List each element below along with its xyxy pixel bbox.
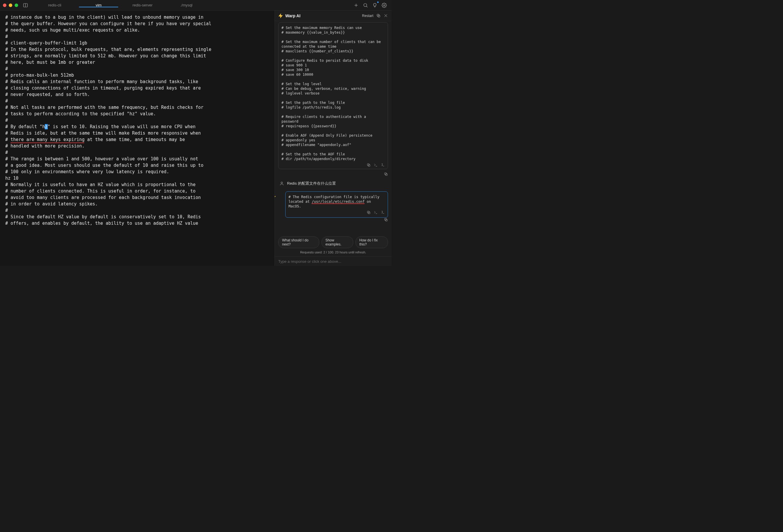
- split-pane-icon: [23, 3, 28, 8]
- editor-line: # Normally it is useful to have an HZ va…: [5, 181, 269, 188]
- svg-point-4: [364, 3, 367, 7]
- editor-line: # handled with more precision.: [5, 143, 269, 149]
- bolt-icon: [275, 194, 276, 199]
- editor-line: #: [5, 149, 269, 156]
- editor-line: # Redis calls an internal function to pe…: [5, 79, 269, 85]
- editor-view[interactable]: # instance due to a bug in the client) w…: [0, 10, 275, 266]
- user-icon: [279, 181, 284, 186]
- ai-input[interactable]: [278, 259, 388, 264]
- editor-line: # closing connections of clients in time…: [5, 85, 269, 91]
- hints-button[interactable]: [370, 1, 379, 10]
- restart-button[interactable]: Restart: [362, 14, 373, 18]
- ai-panel-header: Warp AI Restart: [275, 10, 392, 21]
- editor-line: # avoid too many clients are processed f…: [5, 194, 269, 201]
- minimize-window-button[interactable]: [9, 3, 12, 7]
- editor-line: # number of clients connected. This is u…: [5, 188, 269, 194]
- editor-line: # tasks to perform according to the spec…: [5, 111, 269, 117]
- maximize-window-button[interactable]: [14, 3, 18, 7]
- user-message-text: Redis 的配置文件在什么位置: [287, 181, 336, 186]
- copy-icon[interactable]: [367, 163, 371, 167]
- editor-line: # needs, such us huge multi/exec request…: [5, 27, 269, 33]
- editor-line: #: [5, 98, 269, 104]
- editor-line: # 100 only in environments where very lo…: [5, 168, 269, 175]
- terminal-prompt-icon[interactable]: [374, 210, 378, 215]
- ai-panel: Warp AI Restart # Set the maximum memory…: [275, 10, 392, 266]
- quota-text: Requests used: 2 / 100. 23 hours until r…: [275, 250, 392, 256]
- tab--mysql[interactable]: ./mysql: [164, 3, 208, 7]
- editor-line: # proto-max-bulk-len 512mb: [5, 72, 269, 79]
- editor-line: # By default "hz" is set to 10. Raising …: [5, 124, 269, 130]
- editor-line: #: [5, 66, 269, 72]
- copy-icon[interactable]: [367, 210, 371, 215]
- suggestion-pill[interactable]: How do I fix this?: [355, 237, 388, 248]
- gear-icon: [381, 3, 387, 8]
- editor-line: # strings, are normally limited to 512 m…: [5, 53, 269, 59]
- editor-line: #: [5, 33, 269, 40]
- settings-button[interactable]: [380, 1, 388, 10]
- suggestion-pill[interactable]: Show examples.: [321, 237, 353, 248]
- editor-line: # never requested, and so forth.: [5, 91, 269, 98]
- close-icon[interactable]: [384, 13, 388, 18]
- copy-icon[interactable]: [384, 218, 388, 222]
- editor-line: hz 10: [5, 175, 269, 181]
- close-window-button[interactable]: [3, 3, 6, 7]
- user-message: Redis 的配置文件在什么位置: [278, 179, 388, 190]
- editor-line: # Not all tasks are performed with the s…: [5, 104, 269, 111]
- terminal-prompt-icon[interactable]: [374, 163, 378, 167]
- ai-response-block: # The Redis configuration file is typica…: [285, 191, 388, 218]
- suggestion-row: What should I do next?Show examples.How …: [275, 234, 392, 250]
- window-controls: [3, 3, 18, 7]
- context-code-block: # Set the maximum memory Redis can use #…: [278, 22, 388, 169]
- tab-redis-cli[interactable]: redis-cli: [33, 3, 77, 7]
- ai-response-text: # The Redis configuration file is typica…: [288, 195, 385, 209]
- context-code-text: # Set the maximum memory Redis can use #…: [281, 26, 385, 161]
- editor-line: # Since the default HZ value by default …: [5, 214, 269, 220]
- bolt-icon: [278, 13, 283, 18]
- editor-line: #: [5, 117, 269, 124]
- insert-icon[interactable]: [381, 163, 385, 167]
- search-button[interactable]: [361, 1, 370, 10]
- new-tab-button[interactable]: [352, 1, 361, 10]
- copy-icon[interactable]: [376, 13, 381, 18]
- titlebar: redis-clivimredis-server./mysql: [0, 0, 392, 10]
- svg-point-18: [281, 182, 282, 184]
- tab-redis-server[interactable]: redis-server: [121, 3, 164, 7]
- insert-icon[interactable]: [381, 210, 385, 215]
- editor-line: # the query buffer. However you can conf…: [5, 21, 269, 27]
- editor-line: # Redis is idle, but at the same time wi…: [5, 130, 269, 136]
- tab-bar: redis-clivimredis-server./mysql: [33, 3, 351, 7]
- svg-marker-7: [279, 14, 282, 18]
- editor-line: # instance due to a bug in the client) w…: [5, 14, 269, 21]
- split-pane-button[interactable]: [21, 1, 30, 10]
- editor-line: # The range is between 1 and 500, howeve…: [5, 156, 269, 162]
- svg-marker-19: [275, 195, 275, 198]
- copy-icon[interactable]: [384, 172, 388, 176]
- editor-line: # there are many keys expiring at the sa…: [5, 136, 269, 143]
- search-icon: [363, 3, 368, 8]
- editor-line: # client-query-buffer-limit 1gb: [5, 40, 269, 46]
- editor-line: # in order to avoid latency spikes.: [5, 201, 269, 207]
- lightbulb-icon: [372, 3, 377, 8]
- svg-point-6: [384, 4, 385, 6]
- tab-vim[interactable]: vim: [77, 3, 121, 7]
- suggestion-pill[interactable]: What should I do next?: [278, 237, 319, 248]
- editor-line: # offers, and enables by default, the ab…: [5, 220, 269, 226]
- editor-line: # here, but must be 1mb or greater: [5, 59, 269, 66]
- editor-line: # In the Redis protocol, bulk requests, …: [5, 46, 269, 53]
- plus-icon: [353, 3, 359, 8]
- svg-line-5: [366, 6, 367, 7]
- ai-panel-title: Warp AI: [285, 13, 301, 18]
- editor-line: # a good idea. Most users should use the…: [5, 162, 269, 168]
- editor-line: #: [5, 207, 269, 214]
